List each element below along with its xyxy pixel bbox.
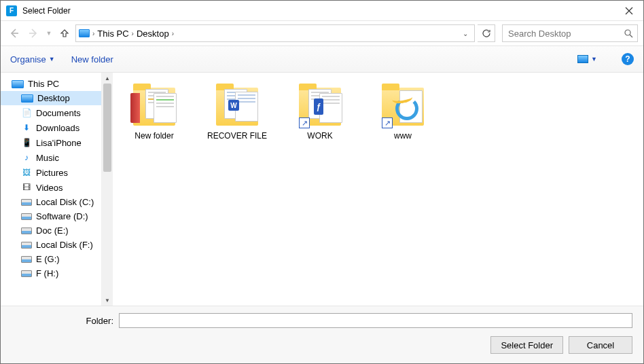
tree-item[interactable]: E (G:) bbox=[1, 252, 101, 266]
tree-item-label: Videos bbox=[36, 183, 63, 193]
dl-icon: ⬇ bbox=[21, 122, 32, 133]
svg-line-3 bbox=[630, 35, 632, 37]
disk-icon bbox=[21, 228, 32, 234]
close-icon bbox=[625, 7, 633, 15]
folder-item[interactable]: New folder bbox=[124, 81, 185, 141]
scroll-up-arrow[interactable]: ▲ bbox=[102, 73, 113, 84]
tree-item-label: Pictures bbox=[36, 168, 68, 178]
tree-item-label: F (H:) bbox=[36, 268, 58, 278]
tree-item[interactable]: 📱Lisa'iPhone bbox=[1, 135, 101, 150]
view-menu[interactable]: ▼ bbox=[577, 55, 597, 63]
monitor-icon bbox=[21, 94, 33, 103]
window-title: Select Folder bbox=[22, 6, 71, 16]
tree-item-label: Desktop bbox=[37, 93, 70, 103]
recent-dropdown[interactable]: ▼ bbox=[44, 25, 54, 41]
tree-item-label: E (G:) bbox=[36, 254, 60, 264]
back-button[interactable] bbox=[6, 25, 22, 41]
refresh-icon bbox=[482, 29, 491, 38]
disk-icon bbox=[21, 270, 32, 277]
tree-item-label: Doc (E:) bbox=[36, 225, 69, 236]
folder-item[interactable]: WRECOVER FILE bbox=[207, 81, 268, 141]
cancel-button[interactable]: Cancel bbox=[569, 336, 632, 354]
chevron-right-icon: › bbox=[92, 30, 94, 37]
disk-icon bbox=[21, 242, 32, 249]
scroll-thumb[interactable] bbox=[103, 84, 111, 172]
content-pane[interactable]: New folderWRECOVER FILEƒ↗WORK↗www bbox=[113, 73, 643, 306]
disk-icon bbox=[21, 213, 32, 220]
this-pc-icon bbox=[79, 29, 90, 37]
footer: Folder: Select Folder Cancel bbox=[1, 306, 643, 363]
this-pc-icon bbox=[12, 80, 24, 88]
tree-item-label: Downloads bbox=[36, 123, 79, 133]
tree-item[interactable]: 🎞Videos bbox=[1, 180, 101, 195]
forward-button[interactable] bbox=[25, 25, 41, 41]
folder-item-label: RECOVER FILE bbox=[207, 131, 267, 141]
folder-icon bbox=[130, 81, 178, 128]
search-input[interactable] bbox=[507, 28, 624, 39]
breadcrumb-root[interactable]: This PC bbox=[97, 29, 128, 39]
tree-item[interactable]: ⬇Downloads bbox=[1, 120, 101, 135]
tree-item[interactable]: Desktop bbox=[1, 91, 101, 105]
back-icon bbox=[9, 28, 20, 39]
organise-menu[interactable]: Organise ▼ bbox=[10, 54, 55, 65]
tree-scrollbar[interactable]: ▲ ▼ bbox=[101, 73, 113, 306]
tree-item[interactable]: F (H:) bbox=[1, 266, 101, 280]
tree-item-label: Local Disk (C:) bbox=[36, 197, 94, 207]
titlebar: F Select Folder bbox=[1, 1, 643, 21]
folder-item[interactable]: ƒ↗WORK bbox=[289, 81, 351, 141]
chevron-down-icon: ▼ bbox=[591, 56, 597, 62]
address-dropdown[interactable]: ⌄ bbox=[459, 30, 471, 37]
tree-item[interactable]: Local Disk (F:) bbox=[1, 238, 101, 252]
search-icon bbox=[624, 29, 633, 38]
toolbar: Organise ▼ New folder ▼ ? bbox=[1, 46, 643, 73]
body: This PC Desktop📄Documents⬇Downloads📱Lisa… bbox=[1, 73, 643, 306]
folder-icon: ƒ↗ bbox=[296, 81, 344, 128]
tree-item-label: Local Disk (F:) bbox=[36, 240, 93, 250]
folder-icon: W bbox=[213, 81, 261, 128]
up-icon bbox=[60, 29, 69, 38]
tree-item[interactable]: Doc (E:) bbox=[1, 223, 101, 238]
folder-tree[interactable]: This PC Desktop📄Documents⬇Downloads📱Lisa… bbox=[1, 73, 101, 306]
tree-root[interactable]: This PC bbox=[1, 77, 101, 91]
disk-icon bbox=[21, 199, 32, 206]
tree-item-label: Software (D:) bbox=[36, 211, 88, 221]
tree-item-label: Music bbox=[36, 153, 59, 163]
tree-item[interactable]: Software (D:) bbox=[1, 209, 101, 223]
tree-item-label: Lisa'iPhone bbox=[36, 138, 82, 148]
scroll-down-arrow[interactable]: ▼ bbox=[102, 295, 113, 306]
phone-icon: 📱 bbox=[21, 137, 32, 148]
folder-item-label: www bbox=[394, 131, 412, 141]
search-box[interactable] bbox=[502, 24, 638, 42]
up-button[interactable] bbox=[56, 25, 73, 41]
new-folder-label: New folder bbox=[71, 54, 113, 65]
tree-item[interactable]: 🖼Pictures bbox=[1, 165, 101, 180]
folder-icon: ↗ bbox=[379, 81, 427, 128]
folder-input[interactable] bbox=[119, 313, 632, 328]
pic-icon: 🖼 bbox=[21, 167, 32, 178]
breadcrumb-leaf[interactable]: Desktop bbox=[137, 29, 169, 39]
view-icon bbox=[577, 55, 588, 63]
chevron-down-icon: ▼ bbox=[49, 56, 55, 62]
vid-icon: 🎞 bbox=[21, 182, 32, 193]
disk-icon bbox=[21, 256, 32, 263]
tree-item[interactable]: ♪Music bbox=[1, 150, 101, 165]
folder-field-label: Folder: bbox=[12, 316, 113, 326]
chevron-right-icon: › bbox=[132, 30, 134, 37]
folder-item-label: New folder bbox=[135, 131, 173, 141]
organise-label: Organise bbox=[10, 54, 46, 65]
svg-point-2 bbox=[625, 30, 630, 35]
music-icon: ♪ bbox=[21, 152, 32, 163]
close-button[interactable] bbox=[615, 1, 643, 21]
tree-item[interactable]: 📄Documents bbox=[1, 105, 101, 120]
refresh-button[interactable] bbox=[478, 24, 495, 42]
new-folder-button[interactable]: New folder bbox=[71, 54, 113, 65]
address-bar[interactable]: › This PC › Desktop › ⌄ bbox=[75, 24, 475, 42]
folder-item[interactable]: ↗www bbox=[372, 81, 433, 141]
nav-row: ▼ › This PC › Desktop › ⌄ bbox=[1, 21, 643, 46]
tree-item[interactable]: Local Disk (C:) bbox=[1, 195, 101, 209]
select-folder-dialog: F Select Folder ▼ › This PC › Desktop › … bbox=[0, 0, 644, 364]
select-folder-button[interactable]: Select Folder bbox=[490, 336, 563, 354]
folder-item-label: WORK bbox=[307, 131, 332, 141]
forward-icon bbox=[28, 28, 39, 39]
help-button[interactable]: ? bbox=[622, 53, 634, 65]
